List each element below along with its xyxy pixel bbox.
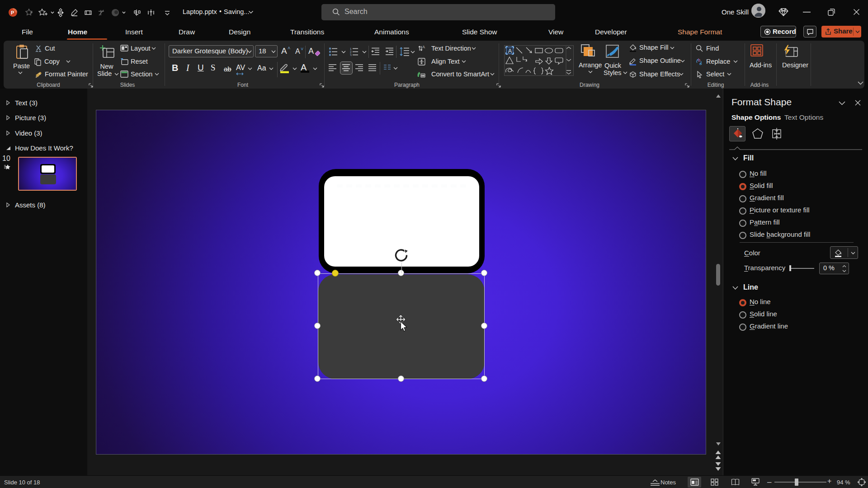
svg-text:A: A <box>508 48 512 54</box>
svg-text:1: 1 <box>350 47 352 51</box>
svg-text:3: 3 <box>350 54 352 56</box>
svg-text:A: A <box>422 45 425 49</box>
svg-text:P: P <box>11 10 14 15</box>
